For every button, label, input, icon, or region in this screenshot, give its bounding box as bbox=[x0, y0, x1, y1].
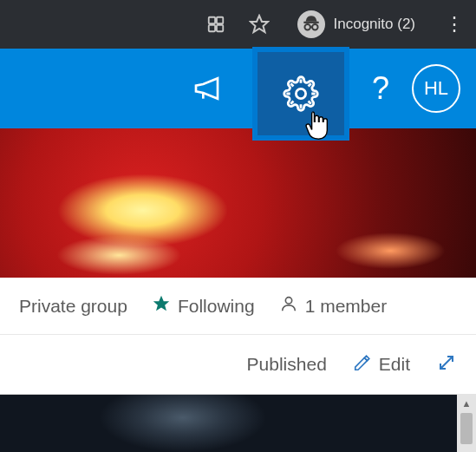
cursor-hand-icon bbox=[303, 109, 332, 147]
browser-menu-icon[interactable]: ⋮ bbox=[440, 13, 469, 36]
star-icon bbox=[152, 294, 171, 318]
incognito-indicator[interactable]: Incognito (2) bbox=[289, 7, 425, 42]
edit-button[interactable]: Edit bbox=[353, 353, 410, 377]
gear-icon bbox=[283, 75, 319, 112]
bookmark-star-icon[interactable] bbox=[245, 10, 273, 38]
expand-button[interactable] bbox=[436, 352, 457, 377]
privacy-label: Private group bbox=[19, 296, 127, 317]
svg-rect-5 bbox=[303, 22, 318, 23]
incognito-icon bbox=[297, 10, 325, 38]
avatar[interactable]: HL bbox=[412, 64, 460, 113]
published-status[interactable]: Published bbox=[247, 354, 327, 375]
pencil-icon bbox=[353, 353, 372, 377]
content-image bbox=[0, 394, 457, 452]
app-header: ? HL bbox=[0, 49, 476, 128]
browser-chrome-bar: Incognito (2) ⋮ bbox=[0, 0, 476, 49]
scrollbar[interactable]: ▲ bbox=[457, 394, 476, 452]
svg-point-7 bbox=[312, 24, 318, 30]
expand-icon bbox=[436, 352, 457, 377]
page-action-bar: Published Edit bbox=[0, 335, 476, 394]
group-info-bar: Private group Following 1 member bbox=[0, 278, 476, 335]
person-icon bbox=[279, 294, 298, 318]
svg-point-10 bbox=[285, 298, 291, 304]
extensions-icon[interactable] bbox=[202, 10, 230, 38]
members-count[interactable]: 1 member bbox=[279, 294, 388, 318]
hero-image bbox=[0, 128, 476, 278]
edit-label: Edit bbox=[379, 354, 410, 375]
svg-marker-4 bbox=[251, 16, 268, 32]
members-label: 1 member bbox=[305, 296, 388, 317]
svg-rect-2 bbox=[208, 25, 214, 31]
incognito-label: Incognito (2) bbox=[334, 16, 416, 33]
help-button[interactable]: ? bbox=[372, 70, 389, 107]
svg-marker-9 bbox=[153, 296, 169, 311]
settings-button[interactable] bbox=[252, 47, 349, 141]
svg-point-8 bbox=[296, 88, 305, 98]
svg-point-6 bbox=[304, 24, 310, 30]
svg-rect-3 bbox=[216, 25, 222, 31]
following-label: Following bbox=[178, 296, 255, 317]
megaphone-icon[interactable] bbox=[188, 68, 230, 109]
following-toggle[interactable]: Following bbox=[152, 294, 255, 318]
scroll-up-icon[interactable]: ▲ bbox=[459, 396, 474, 411]
avatar-initials: HL bbox=[424, 77, 448, 100]
svg-rect-0 bbox=[208, 17, 214, 23]
scroll-thumb[interactable] bbox=[460, 413, 473, 444]
content-area: ▲ bbox=[0, 394, 476, 452]
svg-rect-1 bbox=[216, 17, 222, 23]
